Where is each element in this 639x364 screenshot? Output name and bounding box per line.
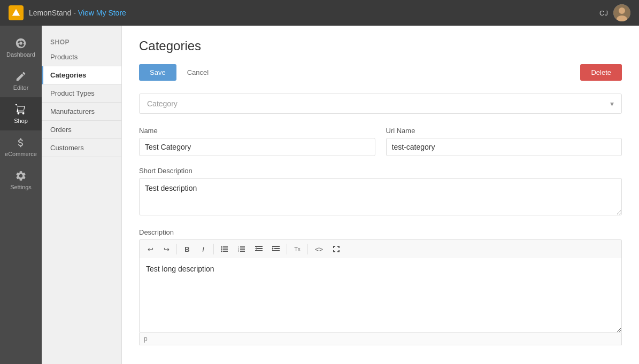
topbar-left: LemonStand - View My Store — [9, 5, 126, 20]
sub-sidebar-item-customers[interactable]: Customers — [42, 139, 121, 157]
sub-sidebar-item-orders[interactable]: Orders — [42, 121, 121, 139]
svg-rect-21 — [272, 246, 280, 247]
topbar: LemonStand - View My Store CJ — [0, 0, 639, 26]
toolbar-separator-3 — [287, 244, 287, 254]
category-dropdown[interactable]: Category ▾ — [139, 94, 622, 114]
code-button[interactable]: <> — [311, 242, 327, 256]
svg-point-10 — [221, 251, 222, 252]
category-dropdown-label: Category — [147, 99, 178, 108]
name-label: Name — [139, 127, 375, 135]
svg-rect-17 — [255, 246, 263, 247]
topbar-right: CJ — [599, 4, 630, 21]
svg-rect-12 — [240, 249, 245, 250]
sub-sidebar-section-label: Shop — [42, 34, 121, 48]
sidebar-item-shop[interactable]: Shop — [0, 97, 42, 130]
ordered-list-button[interactable]: 123 — [234, 242, 250, 256]
indent-button[interactable] — [268, 242, 284, 256]
svg-marker-24 — [272, 247, 274, 250]
url-name-input[interactable] — [386, 138, 622, 156]
form-name-url-row: Name Url Name — [139, 127, 622, 156]
url-name-label: Url Name — [386, 127, 622, 135]
logo-icon — [9, 5, 24, 20]
clear-format-button[interactable]: Tx — [290, 242, 305, 256]
sidebar-item-editor[interactable]: Editor — [0, 64, 42, 97]
editor-toolbar: ↩ ↪ B I 123 Tx — [139, 239, 622, 258]
topbar-title: LemonStand - View My Store — [29, 9, 126, 17]
save-button[interactable]: Save — [139, 64, 176, 81]
sub-sidebar-item-manufacturers[interactable]: Manufacturers — [42, 103, 121, 121]
view-store-link[interactable]: View My Store — [78, 9, 126, 17]
svg-point-4 — [19, 42, 22, 45]
svg-rect-19 — [255, 250, 263, 251]
toolbar-separator-2 — [213, 244, 214, 254]
sidebar-item-settings[interactable]: Settings — [0, 164, 42, 197]
italic-button[interactable]: I — [196, 242, 211, 256]
svg-marker-20 — [255, 247, 257, 250]
redo-button[interactable]: ↪ — [159, 242, 174, 256]
short-description-label: Short Description — [139, 167, 622, 175]
sub-sidebar-item-products[interactable]: Products — [42, 48, 121, 66]
page-title: Categories — [139, 38, 622, 53]
editor-footer: p — [139, 333, 622, 345]
chevron-down-icon: ▾ — [610, 99, 614, 108]
undo-button[interactable]: ↩ — [143, 242, 158, 256]
sidebar-label-dashboard: Dashboard — [6, 51, 35, 58]
short-description-textarea[interactable]: Test description — [139, 178, 622, 215]
form-group-description: Description ↩ ↪ B I 123 — [139, 228, 622, 345]
svg-rect-23 — [272, 250, 280, 251]
toolbar-separator-1 — [176, 244, 177, 254]
svg-rect-7 — [223, 251, 228, 252]
unordered-list-button[interactable] — [217, 242, 233, 256]
sidebar-item-ecommerce[interactable]: eCommerce — [0, 130, 42, 164]
svg-text:3: 3 — [238, 250, 240, 252]
svg-rect-11 — [240, 246, 245, 247]
form-group-name: Name — [139, 127, 375, 156]
icon-sidebar: Dashboard Editor Shop eCommerce Settings — [0, 26, 42, 364]
sidebar-label-shop: Shop — [14, 118, 28, 124]
toolbar-separator-4 — [307, 244, 308, 254]
form-group-short-description: Short Description Test description — [139, 167, 622, 218]
outdent-button[interactable] — [251, 242, 267, 256]
avatar — [613, 4, 630, 21]
fullscreen-button[interactable] — [328, 242, 344, 256]
action-bar: Save Cancel Delete — [139, 64, 622, 81]
content-area: Categories Save Cancel Delete Category ▾… — [122, 26, 639, 364]
description-text: Test long description — [146, 265, 214, 273]
svg-rect-18 — [257, 248, 263, 249]
description-editor[interactable]: Test long description — [139, 258, 622, 333]
main-layout: Dashboard Editor Shop eCommerce Settings… — [0, 26, 639, 364]
delete-button[interactable]: Delete — [580, 64, 622, 81]
sidebar-label-editor: Editor — [13, 84, 29, 91]
topbar-separator: - — [73, 9, 78, 17]
sidebar-label-settings: Settings — [10, 184, 32, 190]
description-label: Description — [139, 228, 622, 236]
sidebar-label-ecommerce: eCommerce — [5, 151, 37, 157]
svg-rect-22 — [274, 248, 280, 249]
svg-rect-13 — [240, 251, 245, 252]
sub-sidebar: Shop Products Categories Product Types M… — [42, 26, 122, 364]
svg-point-2 — [619, 7, 625, 14]
svg-rect-6 — [223, 249, 228, 250]
sidebar-item-dashboard[interactable]: Dashboard — [0, 31, 42, 64]
brand-name: LemonStand — [29, 9, 71, 17]
user-initials: CJ — [599, 9, 608, 17]
sub-sidebar-item-categories[interactable]: Categories — [42, 66, 121, 84]
svg-point-8 — [221, 246, 222, 248]
bold-button[interactable]: B — [180, 242, 195, 256]
name-input[interactable] — [139, 138, 375, 156]
svg-marker-0 — [12, 9, 20, 16]
cancel-button[interactable]: Cancel — [181, 64, 215, 81]
svg-rect-5 — [223, 246, 228, 247]
svg-point-9 — [221, 249, 222, 250]
sub-sidebar-item-product-types[interactable]: Product Types — [42, 84, 121, 103]
action-bar-left: Save Cancel — [139, 64, 215, 81]
form-group-url-name: Url Name — [386, 127, 622, 156]
